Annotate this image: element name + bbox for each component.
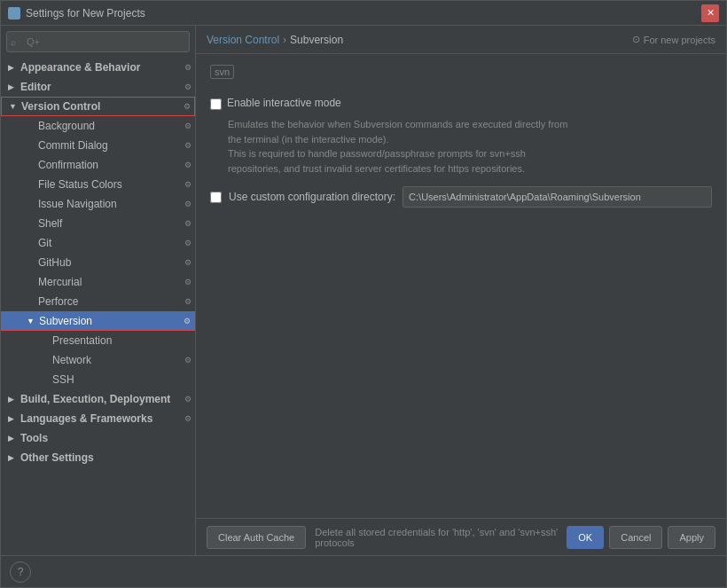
sidebar-item-label: Editor [20, 81, 51, 93]
sidebar-item-label: Subversion [39, 315, 92, 327]
sidebar-item-label: SSH [52, 373, 74, 386]
bottom-bar: Clear Auth Cache Delete all stored crede… [196, 518, 726, 555]
sidebar-item-perforce[interactable]: Perforce ⚙ [1, 292, 195, 311]
window-title: Settings for New Projects [26, 7, 145, 20]
interactive-mode-row: Enable interactive mode [210, 97, 712, 110]
sidebar-item-appearance[interactable]: ▶ Appearance & Behavior ⚙ [1, 58, 195, 77]
settings-icon: ⚙ [184, 239, 192, 247]
sidebar-item-shelf[interactable]: Shelf ⚙ [1, 214, 195, 233]
sidebar-item-label: Tools [20, 432, 48, 444]
settings-icon: ⚙ [184, 219, 192, 228]
sidebar-item-version-control[interactable]: ▼ Version Control ⚙ [1, 97, 195, 116]
arrow-icon: ▶ [8, 414, 17, 423]
settings-icon: ⚙ [184, 63, 192, 72]
app-icon [8, 7, 20, 20]
sidebar-item-label: Network [52, 354, 91, 366]
arrow-icon: ▶ [8, 63, 17, 72]
svn-label: svn [210, 65, 234, 79]
settings-icon: ⚙ [184, 82, 192, 91]
description-text: Emulates the behavior when Subversion co… [228, 117, 712, 176]
sidebar-item-label: Other Settings [20, 451, 94, 464]
sidebar-item-label: Shelf [38, 217, 62, 230]
arrow-icon: ▶ [8, 395, 17, 404]
badge-label: For new projects [644, 35, 715, 45]
for-new-projects-badge: ⊙ For new projects [632, 34, 715, 45]
sidebar-item-label: GitHub [38, 256, 71, 269]
settings-window: Settings for New Projects ✕ ⌕ ▶ Appearan… [0, 0, 727, 588]
sidebar-item-build[interactable]: ▶ Build, Execution, Deployment ⚙ [1, 389, 195, 409]
sidebar-item-label: Appearance & Behavior [20, 61, 140, 74]
sidebar-item-label: Confirmation [38, 159, 98, 171]
breadcrumb-parent: Version Control [207, 34, 279, 46]
close-button[interactable]: ✕ [701, 4, 719, 22]
arrow-icon: ▼ [9, 102, 18, 111]
settings-icon: ⚙ [184, 414, 192, 423]
settings-icon: ⚙ [184, 200, 192, 208]
clear-cache-description: Delete all stored credentials for 'http'… [315, 527, 558, 548]
custom-config-checkbox[interactable] [210, 192, 222, 203]
config-dir-row: Use custom configuration directory: [210, 186, 712, 208]
settings-icon: ⚙ [184, 395, 192, 404]
settings-icon: ⚙ [184, 258, 192, 267]
sidebar-item-background[interactable]: Background ⚙ [1, 116, 195, 136]
help-button[interactable]: ? [10, 561, 31, 583]
badge-icon: ⊙ [632, 34, 640, 45]
sidebar-item-git[interactable]: Git ⚙ [1, 233, 195, 253]
search-box: ⌕ [6, 31, 190, 52]
interactive-mode-checkbox[interactable] [210, 98, 222, 110]
ok-button[interactable]: OK [567, 526, 604, 549]
sidebar-item-github[interactable]: GitHub ⚙ [1, 253, 195, 272]
sidebar-item-languages[interactable]: ▶ Languages & Frameworks ⚙ [1, 409, 195, 428]
arrow-icon: ▼ [27, 317, 35, 325]
settings-icon: ⚙ [184, 122, 192, 130]
settings-icon: ⚙ [184, 102, 191, 111]
sidebar-item-label: Languages & Frameworks [20, 412, 152, 425]
sidebar-item-label: Commit Dialog [38, 139, 108, 152]
sidebar-item-ssh[interactable]: SSH [1, 370, 195, 389]
bottom-right-buttons: OK Cancel Apply [567, 526, 715, 549]
apply-button[interactable]: Apply [668, 526, 715, 549]
sidebar-item-subversion[interactable]: ▼ Subversion ⚙ [1, 311, 195, 331]
cancel-button[interactable]: Cancel [609, 526, 662, 549]
sidebar-item-commit-dialog[interactable]: Commit Dialog ⚙ [1, 136, 195, 155]
title-bar-left: Settings for New Projects [8, 7, 145, 20]
settings-icon: ⚙ [184, 278, 192, 286]
sidebar-item-tools[interactable]: ▶ Tools [1, 428, 195, 448]
custom-config-label[interactable]: Use custom configuration directory: [229, 191, 395, 203]
sidebar-item-label: Background [38, 120, 95, 132]
title-bar: Settings for New Projects ✕ [1, 1, 726, 26]
sidebar-item-label: Version Control [21, 100, 100, 113]
search-icon: ⌕ [11, 37, 16, 47]
sidebar-item-file-status-colors[interactable]: File Status Colors ⚙ [1, 175, 195, 194]
settings-icon: ⚙ [184, 317, 191, 325]
settings-icon: ⚙ [184, 161, 192, 169]
sidebar-item-label: Perforce [38, 295, 78, 308]
sidebar-item-mercurial[interactable]: Mercurial ⚙ [1, 272, 195, 292]
sidebar-item-label: Git [38, 237, 51, 249]
arrow-icon: ▶ [8, 453, 17, 462]
sidebar-item-label: Issue Navigation [38, 198, 117, 210]
settings-icon: ⚙ [184, 356, 192, 365]
sidebar-item-label: Build, Execution, Deployment [20, 393, 170, 405]
clear-cache-button[interactable]: Clear Auth Cache [207, 526, 306, 549]
main-panel: Version Control › Subversion ⊙ For new p… [196, 26, 726, 555]
breadcrumb-current: Subversion [290, 34, 343, 46]
sidebar-item-label: File Status Colors [38, 178, 122, 191]
sidebar-item-label: Mercurial [38, 276, 82, 288]
settings-icon: ⚙ [184, 141, 192, 150]
breadcrumb: Version Control › Subversion ⊙ For new p… [196, 26, 726, 54]
sidebar-item-editor[interactable]: ▶ Editor ⚙ [1, 77, 195, 97]
sidebar-item-network[interactable]: Network ⚙ [1, 350, 195, 370]
settings-content: svn Enable interactive mode Emulates the… [196, 54, 726, 518]
arrow-icon: ▶ [8, 82, 17, 91]
sidebar-item-issue-navigation[interactable]: Issue Navigation ⚙ [1, 194, 195, 214]
sidebar-item-other-settings[interactable]: ▶ Other Settings [1, 448, 195, 467]
breadcrumb-separator: › [283, 34, 286, 46]
sidebar-item-confirmation[interactable]: Confirmation ⚙ [1, 155, 195, 175]
config-dir-input[interactable] [403, 186, 712, 208]
sidebar-item-presentation[interactable]: Presentation [1, 331, 195, 350]
sidebar: ⌕ ▶ Appearance & Behavior ⚙ ▶ Editor ⚙ ▼… [1, 26, 196, 555]
interactive-mode-label[interactable]: Enable interactive mode [227, 97, 341, 109]
sidebar-item-label: Presentation [52, 334, 112, 347]
search-input[interactable] [6, 31, 190, 52]
